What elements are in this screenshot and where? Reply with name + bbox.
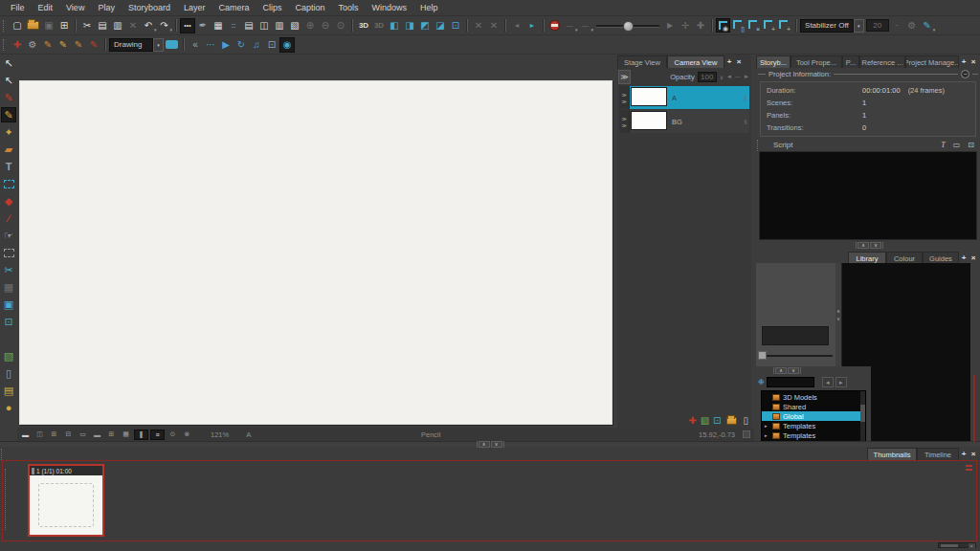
tree-item-templates-2[interactable]: ▸ Templates	[762, 430, 865, 440]
collapse-section-button[interactable]: −	[961, 70, 969, 78]
animate-toggle-icon[interactable]: ≫	[621, 116, 626, 121]
tree-item-templates-1[interactable]: ▸ Templates	[762, 421, 865, 430]
scrollbar-thumb[interactable]	[860, 405, 865, 422]
frame-select-tool-icon[interactable]	[1, 176, 16, 191]
tab-camera-view[interactable]: Camera View	[667, 55, 724, 68]
caption-box-icon[interactable]: ▭	[953, 141, 961, 149]
drag-handle[interactable]	[757, 140, 761, 151]
save-all-icon[interactable]: ⊞	[56, 18, 72, 33]
splitter-left-icon[interactable]: ∧	[836, 308, 840, 314]
next-frame-icon[interactable]: ►	[744, 74, 749, 79]
render-pot-icon[interactable]	[549, 20, 560, 31]
trash-icon[interactable]: ▯	[1, 365, 16, 381]
zoom-reset-icon[interactable]: ⊙	[333, 18, 348, 33]
stamp-tool-icon[interactable]: ✚	[693, 18, 708, 33]
expand-arrow-icon[interactable]: ▸	[765, 432, 769, 438]
loop-icon[interactable]: ↻	[234, 37, 249, 53]
cutter-tool-icon[interactable]: ✂	[1, 262, 16, 277]
zoom-out-icon[interactable]: ⊖	[318, 18, 333, 33]
tab-project-management[interactable]: Project Manage...	[905, 55, 959, 68]
layout-view-7-icon[interactable]: ⊞	[105, 430, 118, 440]
library-search-input[interactable]	[767, 377, 814, 387]
add-panel-icon[interactable]: ✚	[10, 37, 25, 53]
stabilizer-dropdown[interactable]: Stabilizer Off	[800, 19, 854, 33]
zoom-level[interactable]: 121%	[211, 430, 229, 439]
pencil-editor-box-button[interactable]: ▯	[731, 18, 746, 33]
redo-icon[interactable]: ↷	[157, 18, 172, 33]
marquee-tool-icon[interactable]	[1, 245, 16, 260]
layout-view-3-icon[interactable]: ⊞	[48, 430, 60, 440]
add-bitmap-layer-icon[interactable]: ▧	[1, 348, 16, 364]
camera-frame-icon[interactable]: ⊡	[264, 37, 279, 53]
library-zoom-slider[interactable]	[758, 351, 833, 361]
library-new-icon[interactable]: ❉	[758, 378, 765, 386]
tab-storyboard[interactable]: Storyb...	[756, 55, 791, 68]
library-back-button[interactable]: ◄	[822, 377, 834, 387]
paste-icon[interactable]: ▥	[110, 18, 125, 33]
grid-tool-icon[interactable]: ▦	[1, 279, 16, 295]
tree-item-global[interactable]: Global	[762, 411, 865, 421]
thumbnails-view-icon[interactable]: ::	[226, 18, 241, 33]
menu-storyboard[interactable]: Storyboard	[122, 0, 177, 16]
stabilizer-minus-icon[interactable]: −	[889, 18, 904, 33]
grid-view-icon[interactable]: ▦	[211, 18, 226, 33]
auto-render-dash-icon[interactable]: —	[562, 18, 577, 33]
prev-frame-icon[interactable]: ◄	[726, 74, 732, 79]
layer-lock-icon[interactable]: §	[742, 86, 749, 109]
3d-cube-back-icon[interactable]: ◨	[402, 18, 417, 33]
layout-view-4-icon[interactable]: ⊟	[62, 430, 75, 440]
scrollbar-thumb[interactable]	[941, 544, 958, 547]
paint-bucket-tool-icon[interactable]: ◆	[1, 193, 16, 209]
slider-thumb[interactable]	[758, 351, 767, 360]
3d-cube-top-icon[interactable]: ◩	[417, 18, 433, 33]
close-panel-tab-button[interactable]: ×	[969, 55, 978, 68]
library-forward-button[interactable]: ►	[835, 377, 847, 387]
tree-item-shared[interactable]: Shared	[762, 402, 865, 411]
stabilizer-value-field[interactable]: 20	[866, 19, 889, 32]
flip-vertical-icon[interactable]: ✕	[486, 18, 501, 33]
import-image-icon[interactable]	[726, 417, 737, 425]
animate-toggle-icon[interactable]: ≫	[621, 122, 626, 128]
duplicate-layer-icon[interactable]: ▤	[1, 383, 16, 398]
save-icon[interactable]: ▣	[41, 18, 56, 33]
zoom-in-icon[interactable]: ⊕	[302, 18, 318, 33]
animate-toggle-icon[interactable]: ≫	[621, 99, 626, 104]
layer-name[interactable]: BG	[668, 110, 742, 133]
library-preview-area[interactable]	[841, 263, 970, 366]
new-project-icon[interactable]: ▢	[10, 18, 25, 33]
pencil-tool-icon[interactable]: ✎	[1, 107, 16, 122]
add-bitmap-layer-icon[interactable]: ▧	[701, 415, 709, 426]
layout-view-2-icon[interactable]: ◫	[33, 430, 46, 440]
first-frame-icon[interactable]: «	[188, 37, 203, 53]
slider-thumb[interactable]	[623, 21, 634, 32]
frames-icon[interactable]: ⋯	[203, 37, 218, 53]
drag-handle[interactable]	[1, 449, 5, 460]
flip-horizontal-icon[interactable]: ✕	[471, 18, 486, 33]
collapse-down-button[interactable]: ∨	[788, 367, 799, 374]
stamp-tool-icon[interactable]: ✦	[1, 124, 16, 140]
menu-layer[interactable]: Layer	[177, 0, 212, 16]
layout-view-1-icon[interactable]: ▬	[19, 430, 32, 440]
select-layer-tool-icon[interactable]: ↖	[1, 73, 16, 88]
pencil-editor-delete-button[interactable]: ×	[746, 18, 761, 33]
layout-view-5-icon[interactable]: ▭	[77, 430, 89, 440]
thumbnails-scrollbar[interactable]: ▸	[938, 542, 976, 548]
3d-mode-icon[interactable]: 3D	[356, 18, 371, 33]
line-tool-icon[interactable]: ∕	[1, 210, 16, 226]
layer-name[interactable]: A	[668, 86, 742, 109]
safe-area-selected-icon[interactable]: ≡	[150, 430, 165, 440]
edit-caption-icon[interactable]: ⊡	[968, 141, 974, 149]
tab-thumbnails[interactable]: Thumbnails	[867, 448, 917, 460]
close-thumb-tab-button[interactable]: ×	[969, 448, 978, 460]
open-project-icon[interactable]	[27, 21, 39, 30]
library-content-area[interactable]	[871, 366, 970, 442]
thumbnail-image[interactable]	[30, 475, 102, 535]
add-view-button[interactable]: +	[724, 55, 734, 68]
stabilizer-dropdown-arrow[interactable]: ▾	[854, 19, 864, 33]
sound-icon[interactable]: ♫	[249, 37, 264, 53]
tab-stage-view[interactable]: Stage View	[617, 55, 667, 68]
menu-caption[interactable]: Caption	[288, 0, 331, 16]
animate-toggle-icon[interactable]: ≫	[621, 92, 626, 98]
eraser-tool-icon[interactable]: ▰	[1, 142, 16, 157]
delete-layer-icon[interactable]: ▯	[743, 415, 748, 426]
